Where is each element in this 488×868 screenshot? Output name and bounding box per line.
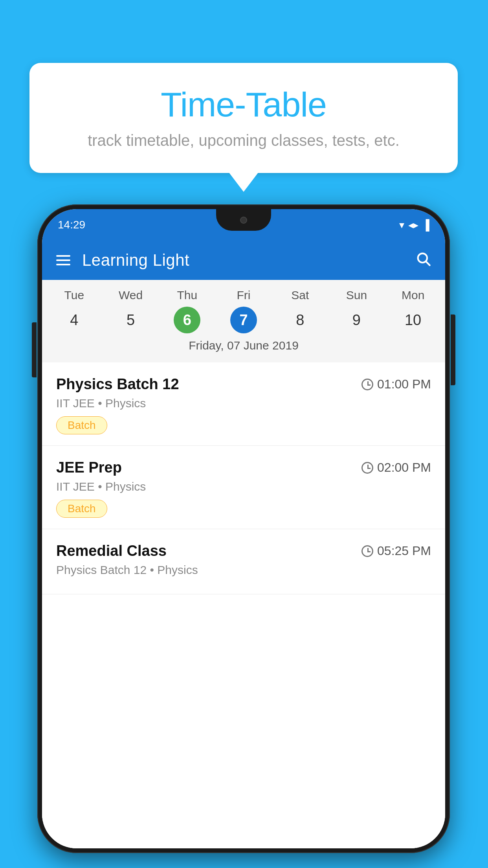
battery-icon: ▐ (422, 219, 429, 231)
status-bar: 14:29 ▾ ◂▸ ▐ (42, 209, 445, 241)
speech-bubble: Time-Table track timetable, upcoming cla… (29, 63, 458, 173)
day-sun: Sun (328, 289, 385, 302)
item-1-time-text: 01:00 PM (377, 377, 431, 392)
schedule-item-1-top: Physics Batch 12 01:00 PM (56, 376, 431, 393)
date-9[interactable]: 9 (343, 307, 370, 333)
schedule-item-2-top: JEE Prep 02:00 PM (56, 459, 431, 476)
phone-outer: 14:29 ▾ ◂▸ ▐ Learning Light (37, 204, 450, 853)
day-thu: Thu (159, 289, 215, 302)
item-3-time-text: 05:25 PM (377, 544, 431, 558)
schedule-item-2[interactable]: JEE Prep 02:00 PM IIT JEE • Physics Batc… (42, 446, 445, 529)
svg-line-1 (426, 261, 430, 265)
phone-inner: 14:29 ▾ ◂▸ ▐ Learning Light (42, 209, 445, 848)
schedule-item-3-top: Remedial Class 05:25 PM (56, 542, 431, 559)
bubble-title: Time-Table (53, 85, 434, 125)
item-2-title: JEE Prep (56, 459, 122, 476)
clock-icon-3 (361, 545, 373, 557)
date-6-today[interactable]: 6 (174, 307, 200, 333)
app-bar: Learning Light (42, 241, 445, 280)
item-1-time: 01:00 PM (361, 377, 431, 392)
item-1-title: Physics Batch 12 (56, 376, 179, 393)
item-2-time-text: 02:00 PM (377, 460, 431, 475)
status-icons: ▾ ◂▸ ▐ (399, 219, 429, 231)
date-4[interactable]: 4 (61, 307, 88, 333)
schedule-item-3[interactable]: Remedial Class 05:25 PM Physics Batch 12… (42, 529, 445, 594)
day-fri: Fri (215, 289, 272, 302)
day-wed: Wed (103, 289, 159, 302)
phone-content: Tue Wed Thu Fri Sat Sun Mon 4 5 6 7 8 (42, 280, 445, 848)
date-8[interactable]: 8 (287, 307, 314, 333)
item-2-badge: Batch (56, 500, 107, 518)
day-tue: Tue (46, 289, 103, 302)
day-mon: Mon (385, 289, 441, 302)
day-headers: Tue Wed Thu Fri Sat Sun Mon (46, 289, 441, 302)
selected-date-label: Friday, 07 June 2019 (46, 339, 441, 359)
notch-cutout (216, 209, 271, 231)
signal-icon: ◂▸ (408, 219, 418, 231)
schedule-list: Physics Batch 12 01:00 PM IIT JEE • Phys… (42, 362, 445, 848)
item-1-badge: Batch (56, 416, 107, 434)
item-2-time: 02:00 PM (361, 460, 431, 475)
calendar-strip: Tue Wed Thu Fri Sat Sun Mon 4 5 6 7 8 (42, 280, 445, 362)
date-5[interactable]: 5 (117, 307, 144, 333)
app-title: Learning Light (82, 251, 404, 270)
schedule-item-1[interactable]: Physics Batch 12 01:00 PM IIT JEE • Phys… (42, 362, 445, 446)
bubble-subtitle: track timetable, upcoming classes, tests… (53, 132, 434, 149)
item-3-title: Remedial Class (56, 542, 167, 559)
item-1-category: IIT JEE • Physics (56, 397, 431, 410)
date-10[interactable]: 10 (400, 307, 426, 333)
search-icon[interactable] (415, 251, 431, 270)
wifi-icon: ▾ (399, 219, 404, 231)
item-3-time: 05:25 PM (361, 544, 431, 558)
status-time: 14:29 (58, 219, 85, 231)
date-7-selected[interactable]: 7 (230, 307, 257, 333)
item-3-category: Physics Batch 12 • Physics (56, 563, 431, 577)
day-sat: Sat (272, 289, 328, 302)
clock-icon-2 (361, 462, 373, 474)
item-2-category: IIT JEE • Physics (56, 480, 431, 493)
camera-dot (240, 217, 247, 224)
phone-wrapper: 14:29 ▾ ◂▸ ▐ Learning Light (37, 204, 450, 853)
clock-icon-1 (361, 379, 373, 390)
hamburger-menu-icon[interactable] (56, 255, 70, 265)
day-numbers: 4 5 6 7 8 9 10 (46, 307, 441, 333)
